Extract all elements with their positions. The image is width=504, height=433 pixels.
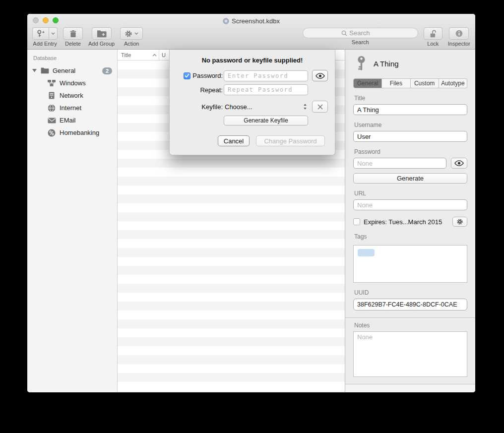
change-password-button[interactable]: Change Password — [256, 135, 325, 146]
lock-label: Lock — [427, 41, 439, 47]
key-plus-icon — [33, 28, 49, 39]
disclosure-triangle-icon[interactable] — [32, 69, 37, 72]
section-divider — [345, 317, 475, 318]
traffic-lights — [33, 17, 59, 23]
sidebar-item-windows[interactable]: Windows — [27, 77, 117, 89]
username-field[interactable] — [353, 131, 467, 142]
password-input[interactable] — [224, 70, 308, 81]
search-label: Search — [352, 39, 369, 45]
sidebar-item-email[interactable]: EMail — [27, 114, 117, 126]
url-field-label: URL — [354, 190, 467, 197]
zoom-button[interactable] — [53, 17, 59, 23]
password-checkbox[interactable] — [184, 72, 190, 79]
window-header: Screenshot.kdbx Add Entry — [27, 14, 475, 50]
keyfile-label: Keyfile: — [201, 103, 223, 111]
titlebar[interactable]: Screenshot.kdbx — [27, 14, 475, 26]
search-input[interactable] — [349, 29, 379, 37]
tab-autotype[interactable]: Autotype — [439, 79, 467, 88]
stepper-icon — [303, 103, 307, 110]
notes-field[interactable] — [353, 331, 467, 377]
sidebar-item-label: Internet — [60, 104, 81, 112]
action-button[interactable]: Action — [120, 27, 143, 47]
sidebar-item-label: General — [53, 67, 75, 74]
expires-settings-button[interactable] — [452, 217, 467, 227]
repeat-password-input[interactable] — [224, 84, 308, 95]
envelope-icon — [47, 118, 56, 124]
macpass-window: Screenshot.kdbx Add Entry — [27, 14, 475, 392]
password-label: Password: — [192, 72, 223, 79]
title-field[interactable] — [353, 104, 467, 115]
search-icon — [341, 30, 347, 36]
clear-keyfile-button[interactable] — [312, 101, 328, 113]
password-field[interactable] — [353, 158, 446, 169]
add-entry-dropdown[interactable] — [49, 28, 57, 39]
close-x-icon — [317, 104, 323, 110]
add-group-button[interactable]: Add Group — [88, 27, 115, 47]
inspector-button[interactable]: Inspector — [448, 27, 470, 47]
chevron-down-icon — [134, 32, 138, 35]
show-password-button[interactable] — [312, 70, 328, 81]
generate-password-button[interactable]: Generate — [353, 173, 467, 184]
close-button[interactable] — [33, 17, 39, 23]
search-field[interactable] — [303, 28, 418, 38]
gear-icon — [456, 218, 463, 225]
tab-files[interactable]: Files — [381, 79, 410, 88]
entry-title: A Thing — [374, 60, 399, 68]
add-entry-button[interactable]: Add Entry — [32, 27, 58, 47]
delete-label: Delete — [65, 41, 81, 47]
toolbar: Add Entry Delete Add Group — [27, 26, 475, 49]
uuid-field-label: UUID — [354, 289, 467, 296]
delete-button[interactable]: Delete — [63, 27, 83, 47]
document-proxy-icon — [223, 18, 229, 24]
windows-network-icon — [47, 79, 56, 87]
inspector-tabs: General Files Custom Autotype — [353, 78, 467, 88]
window-title: Screenshot.kdbx — [232, 17, 280, 25]
open-padlock-icon — [429, 29, 437, 38]
inspector-label: Inspector — [448, 41, 470, 47]
add-group-label: Add Group — [88, 41, 115, 47]
trash-icon — [69, 30, 77, 38]
sidebar-item-label: Network — [60, 92, 83, 99]
inspector-footer — [345, 384, 475, 392]
username-field-label: Username — [354, 122, 467, 128]
title-field-label: Title — [354, 95, 467, 102]
server-icon — [47, 92, 56, 99]
inspector-panel: A Thing General Files Custom Autotype Ti… — [345, 50, 475, 392]
percent-icon — [47, 129, 56, 137]
cancel-button[interactable]: Cancel — [218, 135, 250, 146]
reveal-password-button[interactable] — [451, 158, 467, 169]
tab-general[interactable]: General — [354, 79, 381, 88]
eye-icon — [315, 73, 325, 79]
search-group: Search — [303, 28, 418, 45]
sidebar-item-general[interactable]: General 2 — [27, 64, 117, 77]
uuid-field[interactable] — [353, 299, 467, 310]
sidebar-item-network[interactable]: Network — [27, 89, 117, 102]
lock-button[interactable]: Lock — [424, 27, 442, 47]
keyfile-popup[interactable]: Choose... — [224, 103, 308, 111]
expires-checkbox[interactable] — [353, 218, 360, 225]
folder-plus-icon — [97, 30, 107, 38]
sidebar-item-internet[interactable]: Internet — [27, 102, 117, 114]
sort-ascending-icon — [152, 54, 157, 57]
keyfile-popup-value: Choose... — [225, 103, 252, 111]
eye-icon — [454, 160, 464, 166]
sidebar-item-label: Windows — [60, 79, 86, 87]
change-password-sheet: No password or keyfile supplied! Passwor… — [169, 50, 335, 155]
key-icon — [356, 56, 367, 71]
sidebar-item-homebanking[interactable]: Homebanking — [27, 126, 117, 139]
info-icon — [455, 29, 463, 38]
minimize-button[interactable] — [43, 17, 49, 23]
repeat-label: Repeat: — [200, 86, 223, 94]
entry-count-badge: 2 — [102, 67, 112, 74]
url-field[interactable] — [353, 199, 467, 210]
action-label: Action — [124, 41, 139, 47]
tags-box[interactable] — [353, 245, 467, 283]
sidebar-item-label: EMail — [60, 117, 76, 124]
gear-icon — [125, 30, 132, 38]
generate-keyfile-button[interactable]: Generate Keyfile — [224, 116, 308, 125]
column-header-title[interactable]: Title — [118, 50, 159, 60]
notes-field-label: Notes — [354, 322, 467, 329]
sidebar: Database General 2 Windows — [27, 50, 118, 392]
tag-pill[interactable] — [358, 249, 375, 256]
tab-custom[interactable]: Custom — [410, 79, 439, 88]
